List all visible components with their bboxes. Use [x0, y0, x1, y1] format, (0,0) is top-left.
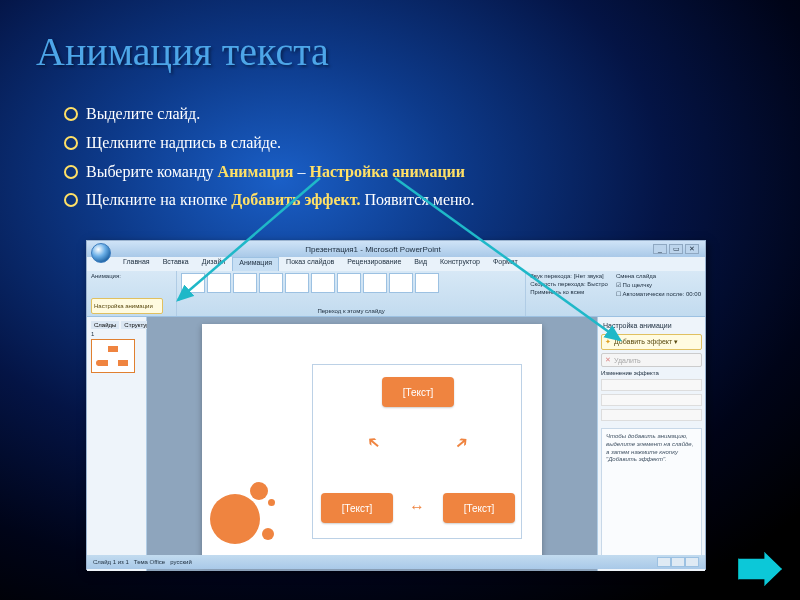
tab-insert: Вставка	[157, 257, 195, 271]
pane-hint: Чтобы добавить анимацию, выделите элемен…	[601, 428, 702, 568]
pane-title: Настройка анимации	[601, 320, 702, 331]
slide-title: Анимация текста	[36, 28, 329, 75]
tab-view: Вид	[408, 257, 433, 271]
cycle-arrow-icon: ➔	[363, 433, 383, 454]
ribbon-tabs: Главная Вставка Дизайн Анимация Показ сл…	[87, 257, 705, 271]
powerpoint-screenshot: Презентация1 - Microsoft PowerPoint _▭✕ …	[86, 240, 706, 570]
tab-home: Главная	[117, 257, 156, 271]
bullet-item: Выберите команду Анимация – Настройка ан…	[60, 158, 475, 187]
smartart-node: [Текст]	[443, 493, 515, 523]
window-controls: _▭✕	[653, 244, 699, 254]
custom-animation-pane: Настройка анимации Добавить эффект ▾ Уда…	[597, 317, 705, 571]
status-bar: Слайд 1 из 1 Тема Office русский	[87, 555, 705, 569]
add-effect-button: Добавить эффект ▾	[601, 334, 702, 350]
office-orb-icon	[91, 243, 111, 263]
custom-animation-button: Настройка анимации	[91, 298, 163, 314]
transition-options: Звук перехода: [Нет звука] Скорость пере…	[526, 271, 612, 316]
tab-slideshow: Показ слайдов	[280, 257, 340, 271]
tab-review: Рецензирование	[341, 257, 407, 271]
tab-design: Дизайн	[196, 257, 232, 271]
tab-format: Формат	[487, 257, 524, 271]
transition-gallery	[181, 273, 521, 293]
bullet-item: Выделите слайд.	[60, 100, 475, 129]
advance-slide: Смена слайда ☑ По щелчку ☐ Автоматически…	[612, 271, 705, 316]
window-title-text: Презентация1 - Microsoft PowerPoint	[305, 245, 440, 254]
next-slide-button[interactable]	[738, 552, 782, 586]
tab-constructor: Конструктор	[434, 257, 486, 271]
slide-thumbnail	[91, 339, 135, 373]
slide-canvas: [Текст] [Текст] [Текст] ➔ ➔ ↔	[147, 317, 597, 571]
slide-thumbnails-pane: СлайдыСтруктура 1	[87, 317, 147, 571]
ribbon: Анимация: Настройка анимации Переход к э…	[87, 271, 705, 317]
smartart-cycle: [Текст] [Текст] [Текст] ➔ ➔ ↔	[312, 364, 522, 539]
bullet-item: Щелкните на кнопке Добавить эффект. Появ…	[60, 186, 475, 215]
smartart-node: [Текст]	[382, 377, 454, 407]
cycle-arrow-icon: ↔	[409, 499, 425, 515]
bullet-list: Выделите слайд. Щелкните надпись в слайд…	[60, 100, 475, 215]
smartart-node: [Текст]	[321, 493, 393, 523]
slide: [Текст] [Текст] [Текст] ➔ ➔ ↔	[202, 324, 542, 564]
delete-effect-button: Удалить	[601, 353, 702, 367]
cycle-arrow-icon: ➔	[451, 433, 471, 454]
window-titlebar: Презентация1 - Microsoft PowerPoint _▭✕	[87, 241, 705, 257]
bullet-item: Щелкните надпись в слайде.	[60, 129, 475, 158]
tab-animation: Анимация	[232, 257, 279, 271]
view-buttons	[657, 557, 699, 568]
